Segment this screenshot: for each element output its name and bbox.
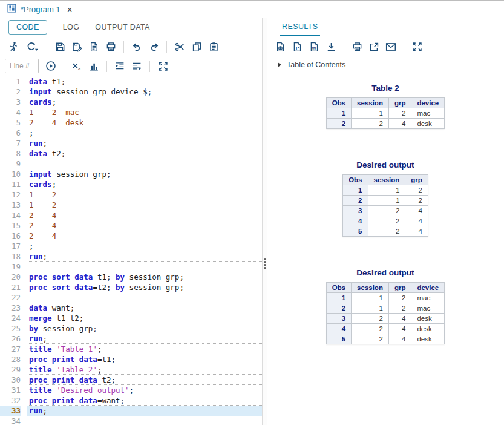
run-selection-button[interactable] bbox=[42, 58, 59, 74]
code-line[interactable]: merge t1 t2; bbox=[27, 313, 262, 323]
code-line[interactable]: 2 4 desk bbox=[27, 117, 262, 128]
tab-results[interactable]: RESULTS bbox=[280, 18, 320, 36]
table-row: 112mac bbox=[326, 293, 445, 303]
code-line[interactable]: ; bbox=[27, 128, 262, 138]
panel-splitter[interactable] bbox=[262, 18, 267, 425]
redo-button[interactable] bbox=[145, 39, 162, 54]
table-row: 212 bbox=[343, 196, 428, 206]
code-line[interactable]: title 'Table 2'; bbox=[27, 364, 262, 375]
close-tab-icon[interactable]: × bbox=[67, 5, 73, 14]
line-number: 31 bbox=[0, 385, 21, 395]
code-line[interactable]: proc print data=t2; bbox=[27, 375, 262, 385]
print-preview-button[interactable] bbox=[85, 39, 102, 54]
tab-code[interactable]: CODE bbox=[8, 20, 47, 35]
code-line[interactable]: input session grp; bbox=[27, 169, 262, 179]
code-line[interactable]: run; bbox=[27, 406, 262, 416]
code-line[interactable] bbox=[27, 416, 262, 425]
undo-button[interactable] bbox=[128, 39, 145, 54]
tab-log[interactable]: LOG bbox=[63, 23, 80, 31]
result-block: Desired outputObssessiongrpdevice112mac2… bbox=[273, 268, 498, 344]
code-line[interactable]: data t1; bbox=[27, 76, 262, 87]
column-header: Obs bbox=[326, 283, 351, 293]
obs-cell: 3 bbox=[326, 314, 351, 324]
results-panel: RESULTS P bbox=[267, 18, 504, 425]
line-number: 6 bbox=[0, 128, 21, 138]
code-line[interactable]: 1 2 bbox=[27, 200, 262, 210]
line-number: 3 bbox=[0, 97, 21, 107]
print-results-button[interactable] bbox=[349, 39, 365, 54]
program-tab[interactable]: *Program 1 × bbox=[0, 1, 80, 18]
code-line[interactable]: cards; bbox=[27, 179, 262, 189]
code-line[interactable]: proc print data=t1; bbox=[27, 354, 262, 364]
maximize-editor-button[interactable] bbox=[154, 58, 171, 74]
code-line[interactable]: proc sort data=t2; by session grp; bbox=[27, 282, 262, 292]
tab-output-data[interactable]: OUTPUT DATA bbox=[95, 23, 150, 31]
code-line[interactable]: title 'Table 1'; bbox=[27, 344, 262, 354]
maximize-results-button[interactable] bbox=[408, 39, 425, 54]
save-button[interactable] bbox=[51, 39, 68, 54]
copy-button[interactable] bbox=[188, 39, 205, 54]
code-line[interactable] bbox=[27, 292, 262, 303]
code-line[interactable] bbox=[27, 262, 262, 272]
obs-cell: 1 bbox=[326, 108, 351, 119]
code-line[interactable]: cards; bbox=[27, 97, 262, 107]
open-new-tab-button[interactable] bbox=[365, 39, 382, 54]
code-line[interactable]: data want; bbox=[27, 303, 262, 313]
code-line[interactable]: by session grp; bbox=[27, 323, 262, 334]
table-of-contents-toggle[interactable]: Table of Contents bbox=[267, 57, 504, 73]
toolbar-separator bbox=[344, 41, 344, 53]
program-icon bbox=[7, 4, 16, 15]
code-line[interactable]: ; bbox=[27, 241, 262, 251]
main-area: CODE LOG OUTPUT DATA bbox=[0, 18, 504, 425]
svg-text:P: P bbox=[295, 45, 299, 51]
line-number: 27 bbox=[0, 344, 21, 354]
table-row: 524desk bbox=[326, 334, 445, 344]
line-number: 21 bbox=[0, 282, 21, 292]
code-line[interactable]: 2 4 bbox=[27, 220, 262, 231]
code-line[interactable]: proc print data=want; bbox=[27, 395, 262, 406]
goto-line-input[interactable] bbox=[5, 59, 39, 73]
code-line[interactable]: data t2; bbox=[27, 148, 262, 159]
word-file-button[interactable]: W bbox=[306, 39, 322, 54]
line-number: 8 bbox=[0, 148, 21, 159]
code-line[interactable]: 1 2 bbox=[27, 189, 262, 200]
format-code-button[interactable] bbox=[128, 58, 145, 74]
html-file-button[interactable] bbox=[272, 39, 289, 54]
data-cell: 4 bbox=[405, 216, 428, 226]
code-line[interactable]: run; bbox=[27, 251, 262, 262]
clear-code-button[interactable]: a bbox=[68, 58, 85, 74]
run-button[interactable] bbox=[5, 39, 22, 54]
column-header: session bbox=[352, 98, 389, 108]
pdf-file-button[interactable]: P bbox=[289, 39, 306, 54]
table-row: 424desk bbox=[326, 324, 445, 334]
email-button[interactable] bbox=[382, 39, 399, 54]
indent-button[interactable] bbox=[111, 58, 128, 74]
toolbar-separator bbox=[47, 41, 47, 53]
obs-cell: 5 bbox=[326, 334, 351, 344]
code-line[interactable]: run; bbox=[27, 334, 262, 344]
table-row: 212mac bbox=[326, 303, 445, 314]
print-button[interactable] bbox=[102, 39, 119, 54]
download-button[interactable] bbox=[322, 39, 339, 54]
code-line[interactable]: title 'Desired output'; bbox=[27, 385, 262, 395]
chart-button[interactable] bbox=[85, 58, 102, 74]
code-panel: CODE LOG OUTPUT DATA bbox=[0, 18, 262, 425]
code-editor[interactable]: 1234567891011121314151617181920212223242… bbox=[0, 75, 262, 425]
cut-button[interactable] bbox=[171, 39, 188, 54]
code-line[interactable]: proc sort data=t1; by session grp; bbox=[27, 272, 262, 282]
paste-button[interactable] bbox=[205, 39, 222, 54]
column-header: grp bbox=[388, 98, 411, 108]
save-as-button[interactable] bbox=[68, 39, 85, 54]
line-number: 24 bbox=[0, 313, 21, 323]
code-line[interactable]: 1 2 mac bbox=[27, 107, 262, 117]
code-line[interactable] bbox=[27, 159, 262, 169]
code-line[interactable]: 2 4 bbox=[27, 210, 262, 220]
code-line[interactable]: run; bbox=[27, 138, 262, 148]
column-header: Obs bbox=[343, 175, 368, 185]
data-cell: 2 bbox=[405, 196, 428, 206]
line-number: 1 bbox=[0, 76, 21, 87]
code-line[interactable]: 2 4 bbox=[27, 231, 262, 241]
code-line[interactable]: input session grp device $; bbox=[27, 87, 262, 97]
line-number: 10 bbox=[0, 169, 21, 179]
submit-history-button[interactable] bbox=[22, 39, 42, 54]
